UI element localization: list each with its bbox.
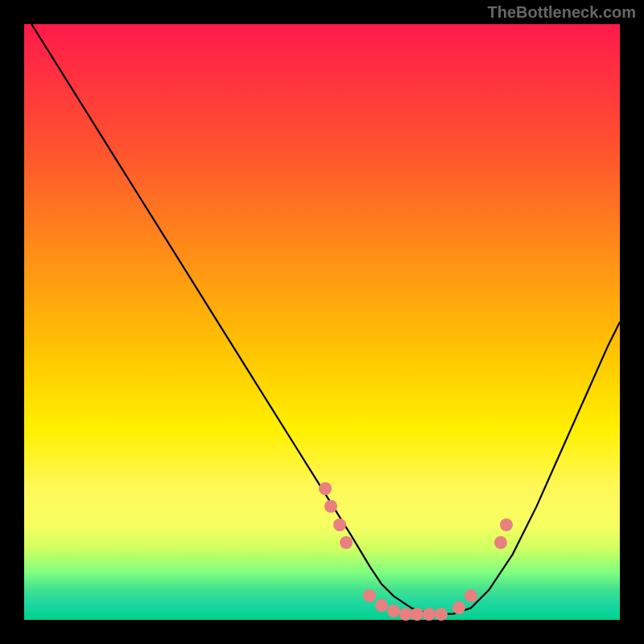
- chart-plot-area: [24, 24, 620, 620]
- scatter-dot: [452, 601, 465, 614]
- scatter-dot: [500, 518, 513, 531]
- bottleneck-curve: [24, 24, 620, 614]
- scatter-dot: [423, 608, 436, 621]
- scatter-dot: [324, 500, 337, 513]
- scatter-dot: [494, 536, 507, 549]
- watermark-text: TheBottleneck.com: [488, 3, 636, 22]
- scatter-dot: [340, 536, 353, 549]
- scatter-dot: [375, 599, 388, 612]
- scatter-dot: [464, 589, 477, 602]
- scatter-dot: [387, 605, 400, 617]
- scatter-dot: [435, 608, 448, 621]
- scatter-dot: [319, 482, 332, 495]
- scatter-dot: [363, 589, 376, 602]
- chart-curve-svg: [24, 24, 620, 620]
- scatter-dot: [399, 608, 412, 621]
- scatter-dot: [411, 608, 423, 621]
- scatter-dot: [333, 518, 346, 531]
